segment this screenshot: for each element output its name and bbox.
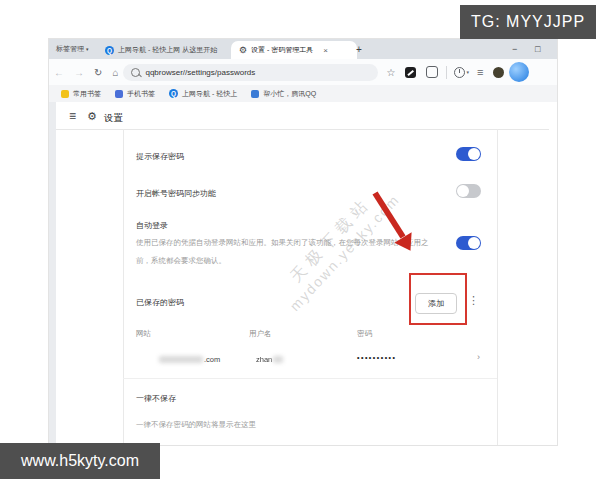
- tab-manager-button[interactable]: 标签管理 ▾: [56, 44, 88, 54]
- search-icon: [131, 68, 140, 77]
- history-icon[interactable]: [454, 67, 465, 78]
- auto-login-title: 自动登录: [136, 220, 168, 231]
- redacted-site-prefix: [159, 356, 203, 363]
- gear-icon: ⚙: [239, 45, 247, 55]
- site-cell: .com: [204, 355, 220, 364]
- extensions-icon[interactable]: [426, 66, 438, 78]
- settings-header: [49, 102, 557, 129]
- saved-passwords-title: 已保存的密码: [136, 297, 184, 308]
- bookmark-item[interactable]: 常用书签: [73, 89, 101, 99]
- tab-manager-label: 标签管理: [56, 45, 84, 52]
- tab-settings[interactable]: ⚙ 设置 - 密码管理工具 ×: [231, 41, 357, 59]
- never-save-title: 一律不保存: [136, 393, 176, 404]
- maximize-button[interactable]: □: [535, 44, 540, 54]
- new-tab-button[interactable]: +: [356, 44, 362, 55]
- column-header-password: 密码: [357, 329, 372, 339]
- page: { "colors": {"accent_blue":"#2e5bd0","an…: [0, 0, 600, 480]
- back-icon[interactable]: ←: [54, 67, 64, 78]
- chevron-right-icon: ›: [477, 352, 480, 362]
- column-header-site: 网站: [136, 329, 151, 339]
- bookmark-icon: [115, 90, 123, 98]
- redacted-username-suffix: [273, 356, 283, 363]
- tab-label: 上网导航 - 轻快上网 从这里开始: [118, 45, 217, 55]
- toggle-knob: [468, 148, 480, 160]
- extension-badge-icon[interactable]: [405, 67, 416, 78]
- bookmarks-bar: 常用书签 手机书签 Q 上网导航 - 轻快上 帮小忙，腾讯QQ: [49, 85, 557, 102]
- sidebar-divider: [123, 129, 124, 445]
- annotation-box: [409, 273, 467, 325]
- home-icon[interactable]: ⌂: [112, 67, 118, 78]
- bookmark-icon: [251, 90, 259, 98]
- history-dropdown-icon[interactable]: ▾: [466, 69, 469, 75]
- menu-icon[interactable]: ≡: [477, 66, 483, 78]
- left-gutter: [49, 102, 56, 445]
- toggle-auto-login[interactable]: [456, 236, 481, 250]
- bookmark-item[interactable]: 帮小忙，腾讯QQ: [263, 89, 316, 99]
- forward-icon[interactable]: →: [74, 67, 84, 78]
- folder-icon: [61, 90, 69, 98]
- annotation-arrow: [363, 191, 421, 259]
- settings-menu-icon[interactable]: ≡: [69, 109, 76, 123]
- username-cell: zhan: [256, 355, 272, 364]
- reload-icon[interactable]: ↻: [94, 67, 102, 78]
- column-header-username: 用户名: [249, 329, 272, 339]
- tab-label: 设置 - 密码管理工具: [251, 45, 313, 55]
- dropdown-icon: ▾: [86, 46, 89, 52]
- row-divider: [123, 378, 497, 379]
- profile-avatar[interactable]: [493, 67, 504, 78]
- qq-browser-logo-icon: Q: [105, 46, 114, 55]
- bookmark-star-icon[interactable]: ☆: [386, 67, 395, 78]
- bottom-left-watermark-badge: www.h5kyty.com: [0, 443, 160, 479]
- toggle-label-sync: 开启帐号密码同步功能: [136, 188, 216, 199]
- tab-nav-home[interactable]: Q 上网导航 - 轻快上网 从这里开始: [101, 41, 233, 59]
- bookmark-item[interactable]: 手机书签: [127, 89, 155, 99]
- toggle-save-password[interactable]: [456, 147, 481, 161]
- qq-account-avatar[interactable]: [509, 62, 529, 82]
- settings-gear-icon: ⚙: [87, 110, 97, 123]
- toolbar: ← → ↻ ⌂ qqbrowser//settings/passwords ☆ …: [49, 59, 557, 85]
- more-options-icon[interactable]: ⋮: [468, 298, 479, 303]
- never-save-hint: 一律不保存密码的网站将显示在这里: [136, 420, 256, 430]
- page-title: 设置: [104, 112, 123, 125]
- toggle-sync[interactable]: [456, 184, 481, 198]
- toggle-knob: [457, 185, 469, 197]
- header-divider: [49, 129, 549, 130]
- close-tab-icon[interactable]: ×: [323, 46, 328, 55]
- bookmark-item[interactable]: 上网导航 - 轻快上: [182, 89, 237, 99]
- browser-window: 标签管理 ▾ Q 上网导航 - 轻快上网 从这里开始 ⚙ 设置 - 密码管理工具…: [48, 38, 558, 446]
- password-cell: ••••••••••: [357, 354, 397, 361]
- toolbar-separator: [446, 66, 447, 79]
- address-bar[interactable]: qqbrowser//settings/passwords: [123, 64, 378, 81]
- url-text: qqbrowser//settings/passwords: [145, 68, 255, 77]
- qq-browser-logo-icon: Q: [169, 89, 178, 98]
- top-right-watermark-badge: TG: MYYJJPP: [460, 5, 596, 39]
- toggle-knob: [468, 237, 480, 249]
- toggle-label-save-password: 提示保存密码: [136, 151, 184, 162]
- content-right-divider: [497, 129, 498, 445]
- minimize-button[interactable]: −: [512, 44, 517, 54]
